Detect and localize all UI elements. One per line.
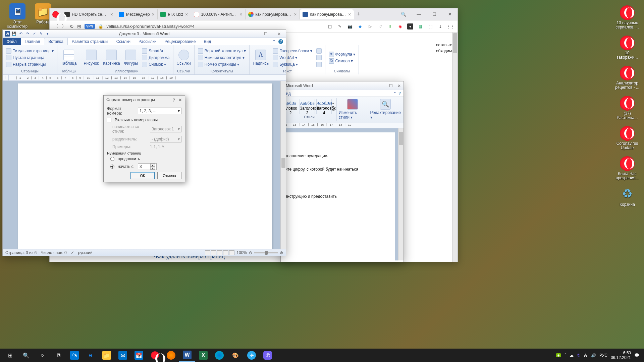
zoom-slider[interactable]	[254, 252, 278, 253]
table-button[interactable]: Таблица	[59, 49, 78, 66]
close-icon[interactable]: ×	[152, 12, 154, 17]
speeddial-button[interactable]: ⊞	[77, 24, 81, 29]
change-styles-button[interactable]: Изменить стили ▾	[336, 98, 368, 121]
page-status[interactable]: Страница: 3 из 6	[5, 250, 37, 255]
browser-tab[interactable]: Мессенджер×	[116, 9, 158, 19]
header-button[interactable]: Верхний колонтитул ▾	[197, 48, 247, 54]
language-status[interactable]: русский	[78, 250, 93, 255]
startat-spinner[interactable]: 3▴▾	[138, 163, 157, 170]
note-icon[interactable]: ✎	[337, 23, 343, 29]
ribbon-tab-file[interactable]: Файл	[3, 38, 21, 45]
desktop-icon-opera-4[interactable]: (37) Растяжка...	[614, 95, 640, 120]
tray-lang[interactable]: РУС	[599, 353, 607, 358]
redo-icon[interactable]: ↷	[25, 31, 30, 37]
excel-button[interactable]: X	[195, 349, 211, 362]
viber-button[interactable]: ✆	[260, 349, 276, 362]
start-button[interactable]: ⊞	[2, 349, 18, 362]
horizontal-ruler[interactable]: L | · 1 · | · 2 · | · 3 · | · 4 · | · 5 …	[3, 75, 286, 81]
minimize-button[interactable]: —	[380, 83, 384, 88]
camera-icon[interactable]: 📷	[347, 23, 353, 29]
save-icon[interactable]: 💾	[11, 31, 17, 37]
ext-icon[interactable]: ◉	[397, 23, 403, 29]
notifications-icon[interactable]: 💬	[634, 353, 639, 358]
shapes-button[interactable]: Фигуры	[123, 49, 139, 66]
app-button[interactable]: 📅	[131, 349, 147, 362]
back-button[interactable]: 〈	[54, 23, 58, 29]
url-text[interactable]: vellisa.ru/kak-pronumerovat-stranitsyi-w…	[107, 24, 195, 29]
cube-icon[interactable]: ⬚	[427, 23, 433, 29]
reload-button[interactable]: ↻	[70, 24, 74, 29]
smartart-button[interactable]: SmartArt	[141, 48, 171, 54]
scrollbar[interactable]	[280, 81, 286, 250]
close-icon[interactable]: ×	[348, 12, 351, 17]
blank-page-button[interactable]: Пустая страница	[5, 55, 55, 61]
page-break-button[interactable]: Разрыв страницы	[5, 61, 55, 67]
zoom-out-button[interactable]: ⊖	[249, 250, 252, 255]
ribbon-tab-layout[interactable]: Разметка страницы	[68, 38, 112, 45]
maximize-button[interactable]: ☐	[259, 32, 272, 36]
collapse-ribbon-icon[interactable]: ⌃	[393, 91, 396, 96]
ribbon-tab-insert[interactable]: Вставка	[44, 38, 68, 45]
desktop-icon-opera-5[interactable]: Coronavirus Update	[614, 125, 640, 150]
app-button[interactable]: 🎨	[227, 349, 244, 362]
opera-button[interactable]	[147, 349, 163, 362]
links-button[interactable]: Ссылки	[175, 49, 192, 66]
include-chapter-checkbox[interactable]: Включить номер главы	[107, 118, 181, 122]
startat-radio[interactable]: начать с: 3▴▾	[110, 163, 181, 170]
desktop-icon-thispc[interactable]: 🖥 Этот компьютер	[5, 3, 30, 29]
close-button[interactable]: ✕	[442, 9, 458, 19]
vpn-badge[interactable]: VPN	[85, 24, 95, 29]
style-heading4[interactable]: АаБбВвІЗаголовок 4	[316, 99, 332, 114]
tray-icon[interactable]: ◉	[556, 353, 561, 357]
ext-icon[interactable]: ⬇	[387, 23, 393, 29]
browser-tab[interactable]: HD Смотреть сериал Гри×	[62, 9, 116, 19]
send-icon[interactable]: ▷	[367, 23, 373, 29]
chart-button[interactable]: Диаграмма	[141, 55, 171, 61]
dialog-titlebar[interactable]: Формат номера страницы ?✕	[104, 96, 185, 104]
tray-viber-icon[interactable]: ✆	[577, 353, 580, 358]
word-button[interactable]: W	[179, 349, 195, 362]
ext-icon[interactable]: ▾	[407, 23, 413, 29]
menu-icon[interactable]: ⋮⋮	[447, 23, 453, 29]
cover-page-button[interactable]: Титульная страница ▾	[5, 48, 55, 54]
symbol-button[interactable]: ΩСимвол ▾	[327, 58, 357, 64]
ribbon-tab-mailings[interactable]: Рассылки	[135, 38, 161, 45]
sidebar-icon[interactable]: ◫	[327, 23, 333, 29]
continue-radio[interactable]: продолжить	[110, 157, 181, 161]
maximize-button[interactable]: ☐	[389, 83, 393, 88]
taskview-button[interactable]: ⧉	[50, 349, 66, 362]
new-tab-button[interactable]: +	[354, 11, 364, 18]
desktop-icon-opera-2[interactable]: 10 заворажи...	[614, 35, 640, 60]
desktop-icon-recycle[interactable]: ♻Корзина	[614, 186, 640, 207]
cortana-button[interactable]: ○	[34, 349, 50, 362]
browser-tab[interactable]: 100.00% - Антиплаги×	[191, 9, 246, 19]
heart-icon[interactable]: ♡	[377, 23, 383, 29]
sig-button[interactable]	[315, 48, 323, 54]
browser-tab[interactable]: как пронумеровать с×	[246, 9, 300, 19]
taskbar-clock[interactable]: 6:5006.12.2021	[611, 351, 631, 360]
scrollbar[interactable]	[398, 128, 404, 260]
maximize-button[interactable]: ☐	[427, 9, 442, 19]
zoom-in-button[interactable]: ⊕	[280, 250, 283, 255]
ribbon-tab-home[interactable]: Главная	[21, 38, 44, 45]
close-icon[interactable]: ×	[185, 12, 188, 17]
screenshot-button[interactable]: Снимок ▾	[141, 61, 171, 67]
firefox-button[interactable]	[163, 349, 179, 362]
obj-button[interactable]	[315, 61, 323, 67]
edge-button[interactable]	[211, 349, 227, 362]
telegram-button[interactable]: ✈	[244, 349, 260, 362]
footer-button[interactable]: Нижний колонтитул ▾	[197, 55, 247, 61]
minimize-button[interactable]: —	[411, 9, 427, 19]
forward-button[interactable]: 〉	[62, 23, 66, 29]
desktop-icon-opera-3[interactable]: Анализатор рецептов - ...	[614, 65, 640, 90]
tray-icon[interactable]: ☁	[570, 353, 574, 358]
qat-icon[interactable]: ✓	[32, 31, 37, 37]
help-icon[interactable]: ?	[278, 39, 283, 44]
zoom-level[interactable]: 100%	[236, 250, 247, 255]
browser-tab[interactable]: eTXT.biz×	[158, 9, 191, 19]
close-icon[interactable]: ×	[294, 12, 297, 17]
shield-icon[interactable]: ◆	[357, 23, 363, 29]
qat-more-icon[interactable]: ▾	[45, 31, 50, 37]
word-titlebar[interactable]: W 💾 ↶ ↷ ✓ ✎ ▾ Документ3 - Microsoft Word…	[3, 30, 286, 38]
ie-button[interactable]: e	[83, 349, 99, 362]
